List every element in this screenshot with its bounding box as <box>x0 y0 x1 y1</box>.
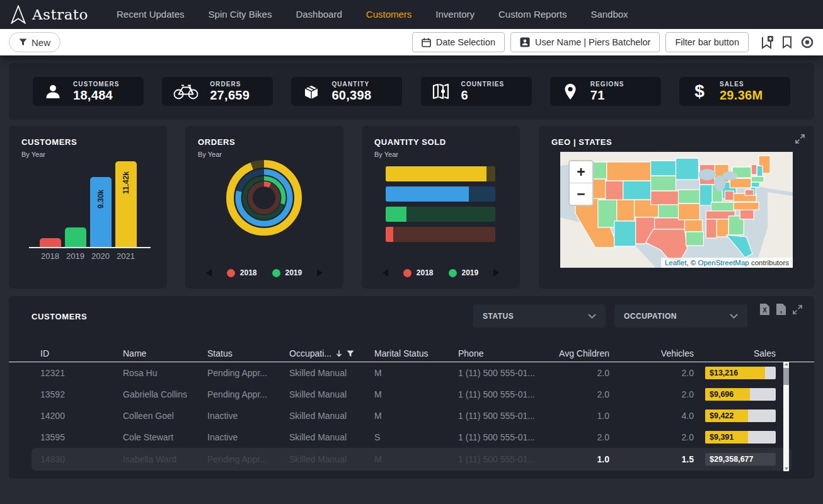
zoom-in-button[interactable]: + <box>570 161 592 183</box>
cell-status: Inactive <box>207 411 289 421</box>
col-header-marital-status[interactable]: Marital Status <box>374 348 458 358</box>
scrollbar-thumb[interactable] <box>783 368 789 385</box>
panel-subtitle: By Year <box>374 151 507 158</box>
choropleth-map <box>560 152 793 268</box>
total-vehicles: 1.5 <box>609 454 694 464</box>
expand-icon[interactable] <box>795 134 805 144</box>
x-tick: 2020 <box>90 251 112 261</box>
scroll-up-arrow[interactable] <box>785 363 788 365</box>
cell-marital: M <box>374 411 458 421</box>
eye-icon[interactable] <box>800 35 814 49</box>
legend-prev-arrow[interactable] <box>206 269 212 277</box>
donut-chart[interactable] <box>221 155 307 241</box>
hbar-fill <box>386 186 469 202</box>
sort-desc-icon[interactable] <box>336 350 342 357</box>
bar-2020[interactable]: 9.30k <box>90 177 112 247</box>
cell-name: Rosa Hu <box>123 368 207 378</box>
nav-item-sandbox[interactable]: Sandbox <box>578 0 640 29</box>
bar-2018[interactable] <box>40 238 61 247</box>
hbar-fill <box>386 227 393 242</box>
hbar-2019[interactable] <box>386 207 495 222</box>
us-states-map[interactable]: + − Leaflet, © OpenStreetMap contributor… <box>560 152 793 268</box>
nav-item-custom-reports[interactable]: Custom Reports <box>486 0 578 29</box>
occupation-filter-dropdown[interactable]: OCCUPATION <box>614 304 747 328</box>
cell-avg-children: 2.0 <box>553 389 609 399</box>
filter-bar-button[interactable]: Filter bar button <box>665 32 749 52</box>
openstreetmap-link[interactable]: OpenStreetMap <box>698 259 749 266</box>
hbar-2020[interactable] <box>386 186 495 202</box>
scroll-down-arrow[interactable] <box>785 467 788 470</box>
cell-id: 13595 <box>40 432 123 442</box>
kpi-label: REGIONS <box>590 81 624 88</box>
col-header-status[interactable]: Status <box>207 348 289 358</box>
quantity-chart-panel: QUANTITY SOLD By Year 2018 2019 <box>362 126 520 289</box>
col-header-vehicles[interactable]: Vehicles <box>609 348 694 358</box>
cell-phone: 1 (11) 500 555-01... <box>458 411 553 421</box>
col-header-phone[interactable]: Phone <box>458 348 553 358</box>
panel-title: GEO | STATES <box>551 137 802 147</box>
col-header-occupation[interactable]: Occupati... <box>289 348 374 358</box>
cell-phone: 1 (11) 500 555-01... <box>458 389 553 399</box>
geo-states-panel: GEO | STATES <box>539 126 814 289</box>
table-row[interactable]: 13595 Cole Stewart Inactive Skilled Manu… <box>9 427 814 448</box>
legend-dot <box>227 269 235 277</box>
legend-item-2019[interactable]: 2019 <box>449 268 479 277</box>
leaflet-link[interactable]: Leaflet <box>665 259 687 266</box>
csv-export-icon[interactable]: , <box>776 303 786 316</box>
bar-chart: 9.30k 11.42k <box>9 161 167 247</box>
new-filter-button[interactable]: New <box>9 32 60 52</box>
bookmark-add-icon[interactable] <box>761 35 774 49</box>
legend-label: 2019 <box>285 268 302 277</box>
nav-item-inventory[interactable]: Inventory <box>423 0 486 29</box>
cell-status: Inactive <box>207 432 289 442</box>
col-header-id[interactable]: ID <box>40 348 123 358</box>
legend-prev-arrow[interactable] <box>383 269 388 277</box>
cell-id: 14200 <box>40 411 123 421</box>
cell-id: 13592 <box>40 389 123 399</box>
legend-item-2018[interactable]: 2018 <box>227 268 257 277</box>
nav-item-customers[interactable]: Customers <box>354 0 424 29</box>
nav-item-dashboard[interactable]: Dashboard <box>284 0 354 29</box>
status-filter-dropdown[interactable]: STATUS <box>473 304 606 328</box>
col-header-avg-children[interactable]: Avg Children <box>553 348 609 358</box>
x-tick: 2021 <box>115 251 137 261</box>
hbar-fill <box>386 207 406 222</box>
cell-occupation: Skilled Manual <box>289 368 374 378</box>
user-name-button[interactable]: User Name | Piers Batchelor <box>510 32 660 52</box>
table-scrollbar[interactable] <box>783 362 789 471</box>
legend-item-2019[interactable]: 2019 <box>272 268 302 277</box>
col-header-sales[interactable]: Sales <box>694 348 776 358</box>
legend-label: 2019 <box>462 268 479 277</box>
bar-2019[interactable] <box>65 227 86 247</box>
cell-sales: $9,696 <box>694 388 776 401</box>
nav-item-spin-city-bikes[interactable]: Spin City Bikes <box>197 0 284 29</box>
bar-value-label: 9.30k <box>96 188 105 210</box>
legend-item-2018[interactable]: 2018 <box>403 268 434 277</box>
app-logo[interactable]: Astrato <box>10 5 88 24</box>
table-row[interactable]: 14200 Colleen Goel Inactive Skilled Manu… <box>9 405 814 427</box>
sales-bar: $13,216 <box>705 367 776 379</box>
filter-icon[interactable] <box>347 350 354 357</box>
expand-icon[interactable] <box>792 304 803 315</box>
map-zoom-control: + − <box>568 160 594 206</box>
bookmark-icon[interactable] <box>782 36 792 49</box>
excel-export-icon[interactable]: X <box>759 303 770 316</box>
svg-text:,: , <box>780 305 783 314</box>
table-row[interactable]: 12321 Rosa Hu Pending Appr... Skilled Ma… <box>9 362 814 384</box>
sales-value: $9,696 <box>710 388 734 401</box>
hbar-2021[interactable] <box>386 166 495 181</box>
legend-dot <box>403 269 412 277</box>
cell-avg-children: 1.0 <box>553 411 609 421</box>
hbar-2018[interactable] <box>386 227 495 242</box>
col-header-name[interactable]: Name <box>123 348 207 358</box>
ghost-cell-name: Isabella Ward <box>123 454 207 464</box>
calendar-icon <box>422 38 431 47</box>
legend-next-arrow[interactable] <box>493 269 499 277</box>
legend-next-arrow[interactable] <box>317 269 323 277</box>
nav-item-recent-updates[interactable]: Recent Updates <box>105 0 197 29</box>
table-row[interactable]: 13592 Gabriella Collins Pending Appr... … <box>9 384 814 405</box>
bar-2021[interactable]: 11.42k <box>115 161 137 247</box>
zoom-out-button[interactable]: − <box>570 183 592 205</box>
date-selection-button[interactable]: Date Selection <box>412 32 505 52</box>
cell-name: Cole Stewart <box>123 432 207 442</box>
